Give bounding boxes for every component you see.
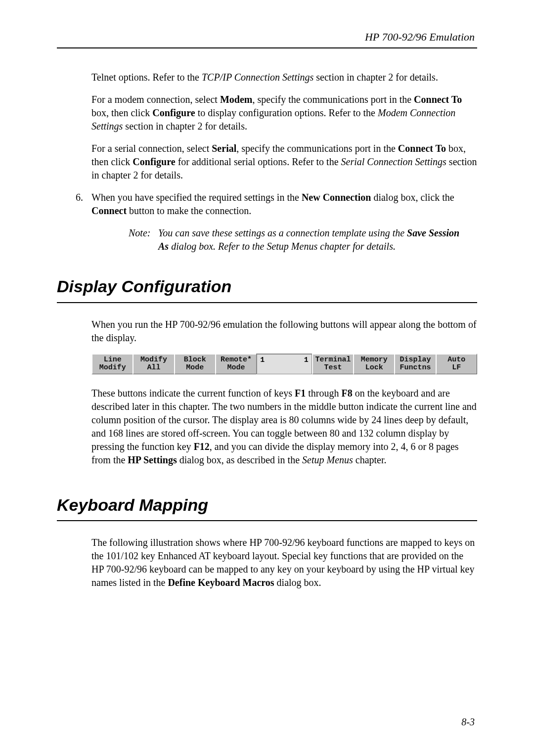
paragraph-modem: For a modem connection, select Modem, sp…	[91, 93, 477, 133]
continuation-block: Telnet options. Refer to the TCP/IP Conn…	[76, 71, 477, 182]
paragraph-serial: For a serial connection, select Serial, …	[91, 142, 477, 182]
fkey-f2[interactable]: Modify All	[133, 354, 174, 374]
heading-text: Keyboard Mapping	[57, 494, 477, 517]
keyboard-mapping-intro: The following illustration shows where H…	[91, 536, 477, 589]
note-text: You can save these settings as a connect…	[158, 226, 462, 253]
fkey-f6[interactable]: Memory Lock	[353, 354, 394, 374]
page-header: HP 700-92/96 Emulation	[57, 30, 477, 48]
content: Telnet options. Refer to the TCP/IP Conn…	[57, 71, 477, 590]
display-config-intro: When you run the HP 700-92/96 emulation …	[91, 318, 477, 345]
heading-rule	[57, 302, 477, 303]
step-number: 6.	[76, 191, 83, 204]
fkey-f1[interactable]: Line Modify	[91, 354, 133, 374]
display-config-description: These buttons indicate the current funct…	[91, 387, 477, 467]
cursor-position-indicator: 1 1	[256, 354, 312, 374]
fkey-f7[interactable]: Display Functns	[394, 354, 435, 374]
heading-keyboard-mapping: Keyboard Mapping	[57, 494, 477, 522]
fkey-f8[interactable]: Auto LF	[436, 354, 477, 374]
heading-text: Display Configuration	[57, 275, 477, 298]
header-title: HP 700-92/96 Emulation	[57, 30, 477, 44]
step-6-text: When you have specified the required set…	[91, 192, 454, 216]
paragraph-telnet: Telnet options. Refer to the TCP/IP Conn…	[91, 71, 477, 84]
page-number: 8-3	[461, 715, 475, 729]
header-rule	[57, 47, 477, 48]
note-block: Note: You can save these settings as a c…	[129, 226, 462, 253]
fkey-f4[interactable]: Remote* Mode	[215, 354, 256, 374]
step-6: 6. When you have specified the required …	[76, 191, 477, 218]
heading-display-configuration: Display Configuration	[57, 275, 477, 303]
heading-rule	[57, 520, 477, 521]
note-label: Note:	[129, 226, 156, 240]
fkey-f5[interactable]: Terminal Test	[312, 354, 353, 374]
function-key-bar: Line Modify Modify All Block Mode Remote…	[91, 354, 477, 374]
fkey-f3[interactable]: Block Mode	[174, 354, 215, 374]
